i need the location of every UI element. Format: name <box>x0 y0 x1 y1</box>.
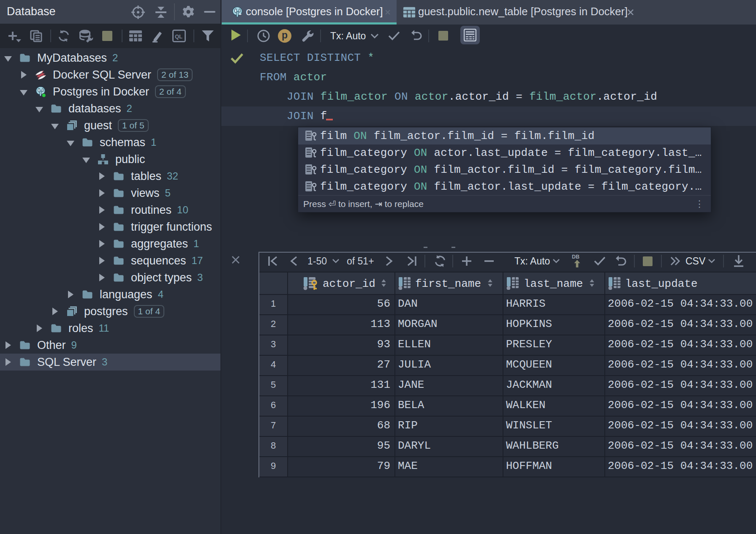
svg-text:DB: DB <box>572 254 579 260</box>
